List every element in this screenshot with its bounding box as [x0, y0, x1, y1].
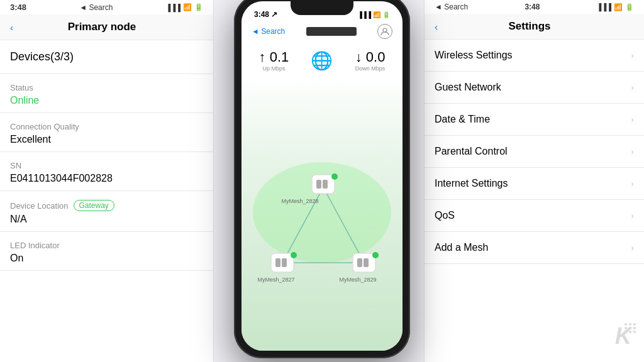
mesh-area: MyMesh_2828 MyMesh_2827 MyMesh_2829 [242, 74, 402, 351]
right-status-icons: ▐▐▐ 📶 🔋 [597, 3, 634, 11]
connection-quality-section: Connection Quality Excellent [0, 113, 213, 152]
phone-back-button[interactable]: ◄ Search [252, 27, 285, 36]
battery-icon: 🔋 [194, 3, 203, 11]
menu-item-parental-control[interactable]: Parental Control › [425, 136, 644, 168]
right-wifi-icon: 📶 [614, 3, 623, 11]
menu-item-label-qos: QoS [435, 210, 455, 221]
menu-item-date-time[interactable]: Date & Time › [425, 104, 644, 136]
watermark: K [615, 323, 631, 349]
left-header: ‹ Primary node [0, 14, 213, 40]
led-indicator-label: LED Indicator [10, 241, 203, 250]
device-location-value: N/A [10, 214, 203, 225]
down-speed-label: Down Mbps [355, 65, 386, 72]
led-indicator-value: On [10, 253, 203, 264]
menu-item-label-internet-settings: Internet Settings [435, 178, 508, 189]
right-header: ‹ Settings [425, 14, 644, 40]
watermark-dots [625, 323, 636, 333]
menu-item-qos[interactable]: QoS › [425, 200, 644, 232]
device-location-section: Device Location Gateway N/A [0, 191, 213, 232]
svg-rect-7 [323, 180, 328, 189]
svg-point-0 [383, 28, 387, 32]
svg-text:MyMesh_2827: MyMesh_2827 [257, 277, 294, 283]
menu-item-wireless-settings[interactable]: Wireless Settings › [425, 40, 644, 72]
connection-quality-value: Excellent [10, 134, 203, 145]
phone-time: 3:48 ↗ [254, 10, 277, 19]
menu-item-guest-network[interactable]: Guest Network › [425, 72, 644, 104]
mesh-svg: MyMesh_2828 MyMesh_2827 MyMesh_2829 [242, 74, 402, 351]
phone-wifi-icon: 📶 [373, 11, 380, 18]
right-content: Wireless Settings › Guest Network › Date… [425, 40, 644, 362]
chevron-icon-qos: › [631, 211, 634, 221]
phone-battery-icon: 🔋 [382, 11, 390, 18]
left-status-bar: 3:48 ◄ Search ▐▐▐ 📶 🔋 [0, 0, 213, 14]
left-search: ◄ Search [79, 3, 113, 12]
connection-quality-label: Connection Quality [10, 122, 203, 131]
chevron-icon-wireless-settings: › [631, 50, 634, 60]
svg-rect-11 [275, 258, 280, 267]
right-back-chevron: ‹ [435, 21, 438, 32]
menu-item-label-add-mesh: Add a Mesh [435, 242, 488, 253]
chevron-icon-parental-control: › [631, 146, 634, 156]
sn-value: E0411013044F002828 [10, 173, 203, 184]
signal-icon: ▐▐▐ [166, 4, 180, 11]
left-time: 3:48 [10, 3, 26, 12]
left-content: Devices(3/3) Status Online Connection Qu… [0, 40, 213, 362]
up-speed-item: ↑ 0.1 Up Mbps [259, 49, 289, 72]
phone-avatar-icon[interactable] [377, 24, 392, 39]
svg-rect-6 [316, 180, 321, 189]
menu-item-label-parental-control: Parental Control [435, 146, 508, 157]
left-panel: 3:48 ◄ Search ▐▐▐ 📶 🔋 ‹ Primary node Dev… [0, 0, 214, 362]
menu-item-label-wireless-settings: Wireless Settings [435, 50, 513, 61]
phone-screen: 3:48 ↗ ▐▐▐ 📶 🔋 ◄ Search [242, 1, 402, 351]
phone-notch [291, 1, 353, 15]
phone-container: 3:48 ↗ ▐▐▐ 📶 🔋 ◄ Search [234, 0, 410, 358]
sn-label: SN [10, 161, 203, 170]
devices-row: Devices(3/3) [0, 40, 213, 74]
up-speed-label: Up Mbps [259, 65, 289, 72]
phone-status-icons: ▐▐▐ 📶 🔋 [358, 11, 390, 18]
phone-signal-icon: ▐▐▐ [358, 11, 371, 18]
menu-item-add-mesh[interactable]: Add a Mesh › [425, 232, 644, 264]
right-battery-icon: 🔋 [625, 3, 634, 11]
right-search: ◄ Search [435, 3, 468, 11]
led-indicator-section: LED Indicator On [0, 232, 213, 271]
left-panel-title: Primary node [13, 21, 191, 33]
right-signal-icon: ▐▐▐ [597, 3, 611, 11]
down-speed-value: ↓ 0.0 [355, 49, 386, 65]
wifi-icon: 📶 [183, 3, 192, 11]
right-panel: ◄ Search 3:48 ▐▐▐ 📶 🔋 ‹ Settings Wireles… [424, 0, 644, 362]
status-section: Status Online [0, 74, 213, 113]
right-status-bar: ◄ Search 3:48 ▐▐▐ 📶 🔋 [425, 0, 644, 14]
right-time: 3:48 [525, 3, 540, 11]
up-speed-value: ↑ 0.1 [259, 49, 289, 65]
status-label: Status [10, 83, 203, 92]
globe-icon: 🌐 [311, 50, 333, 71]
gateway-badge: Gateway [74, 200, 114, 211]
svg-point-18 [372, 252, 379, 258]
menu-item-label-guest-network: Guest Network [435, 82, 501, 93]
svg-text:MyMesh_2828: MyMesh_2828 [281, 198, 318, 204]
right-panel-title: Settings [508, 20, 550, 33]
chevron-icon-date-time: › [631, 114, 634, 124]
phone-title [306, 27, 357, 36]
svg-rect-12 [282, 258, 287, 267]
speed-row: ↑ 0.1 Up Mbps 🌐 ↓ 0.0 Down Mbps [242, 44, 402, 74]
down-speed-item: ↓ 0.0 Down Mbps [355, 49, 386, 72]
status-value: Online [10, 95, 203, 106]
device-location-label: Device Location [10, 201, 69, 211]
svg-point-13 [291, 252, 297, 258]
phone-outer: 3:48 ↗ ▐▐▐ 📶 🔋 ◄ Search [234, 0, 410, 358]
chevron-icon-internet-settings: › [631, 178, 634, 189]
left-status-icons: ▐▐▐ 📶 🔋 [166, 3, 203, 11]
phone-header: ◄ Search [242, 21, 402, 44]
svg-text:MyMesh_2829: MyMesh_2829 [339, 277, 376, 283]
devices-label: Devices(3/3) [10, 50, 74, 63]
right-back-button[interactable]: ‹ [435, 21, 438, 32]
svg-rect-17 [364, 258, 369, 267]
chevron-icon-guest-network: › [631, 82, 634, 92]
sn-section: SN E0411013044F002828 [0, 152, 213, 191]
svg-rect-16 [357, 258, 362, 267]
chevron-icon-add-mesh: › [631, 243, 634, 253]
menu-item-label-date-time: Date & Time [435, 114, 490, 125]
menu-item-internet-settings[interactable]: Internet Settings › [425, 168, 644, 200]
